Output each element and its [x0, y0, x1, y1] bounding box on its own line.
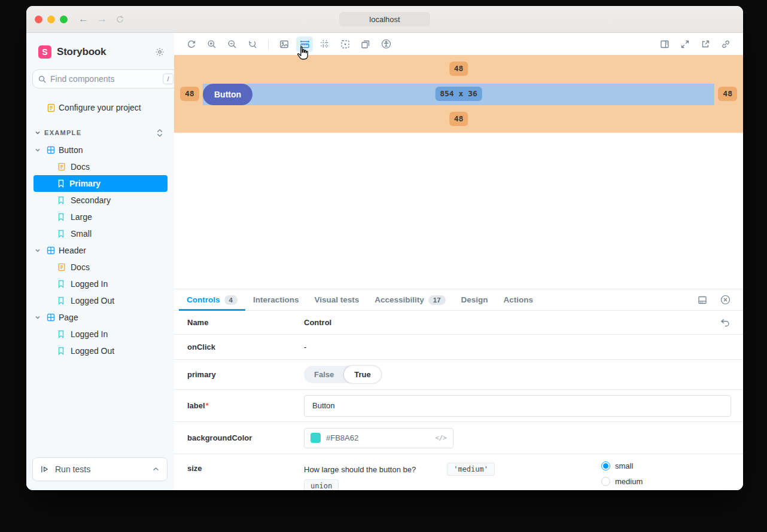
- chevron-down-icon[interactable]: [35, 147, 44, 153]
- search-input[interactable]: [50, 74, 159, 84]
- raw-value-toggle-icon[interactable]: </>: [435, 434, 447, 442]
- settings-gear-icon[interactable]: [155, 47, 165, 57]
- zoom-in-button[interactable]: [203, 36, 220, 52]
- remount-component-button[interactable]: [183, 36, 200, 52]
- story-button-component[interactable]: Button: [203, 84, 252, 105]
- run-tests-play-icon: [41, 465, 50, 473]
- tab-design[interactable]: Design: [453, 289, 496, 310]
- fullscreen-button[interactable]: [677, 36, 693, 52]
- radio-dot[interactable]: [601, 461, 610, 470]
- sidebar-item-button-small[interactable]: Small: [26, 225, 174, 242]
- sidebar-item-button-docs[interactable]: Docs: [26, 158, 174, 175]
- collapse-expand-all-icon[interactable]: [156, 129, 163, 137]
- url-bar[interactable]: localhost: [339, 12, 430, 26]
- control-row-size: size How large should the button be? 'me…: [174, 454, 743, 490]
- zoom-out-button[interactable]: [224, 36, 241, 52]
- onclick-value: -: [304, 343, 306, 351]
- size-default-badge: 'medium': [447, 463, 495, 476]
- reset-controls-icon[interactable]: [720, 319, 743, 327]
- size-type-badge: union: [304, 479, 339, 490]
- url-text: localhost: [369, 15, 400, 24]
- outline-button[interactable]: [337, 36, 354, 52]
- copy-link-button[interactable]: [717, 36, 734, 52]
- traffic-lights: [35, 16, 68, 23]
- sidebar-item-header-docs[interactable]: Docs: [26, 259, 174, 276]
- bookmark-icon: [57, 213, 69, 221]
- search-box[interactable]: /: [32, 69, 192, 88]
- sidebar-item-button-primary[interactable]: Primary: [34, 175, 168, 192]
- sidebar-item-button-large[interactable]: Large: [26, 209, 174, 225]
- tab-interactions[interactable]: Interactions: [245, 289, 307, 310]
- bookmark-icon: [57, 347, 69, 355]
- radio-option-medium[interactable]: medium: [601, 477, 643, 486]
- panel-position-button[interactable]: [694, 292, 711, 308]
- size-description: How large should the button be?: [304, 465, 416, 474]
- sidebar-item-page[interactable]: Page: [26, 309, 174, 326]
- color-swatch[interactable]: [311, 433, 321, 443]
- toggle-sidebar-button[interactable]: [656, 36, 673, 52]
- browser-window: ← → localhost S Storybook: [26, 6, 743, 490]
- sidebar-item-header-logged-in[interactable]: Logged In: [26, 276, 174, 292]
- open-new-tab-button[interactable]: [697, 36, 714, 52]
- reset-zoom-button[interactable]: [244, 36, 261, 52]
- browser-forward-icon[interactable]: →: [97, 13, 107, 25]
- sidebar-tree: Configure your project EXAMPLE: [26, 88, 174, 359]
- sidebar: S Storybook /: [26, 33, 174, 490]
- controls-table: Name Control onClick - primary: [174, 311, 743, 490]
- minimize-window-button[interactable]: [47, 16, 55, 23]
- accessibility-vision-button[interactable]: [378, 36, 394, 52]
- zoom-window-button[interactable]: [60, 16, 68, 23]
- sidebar-item-page-logged-in[interactable]: Logged In: [26, 326, 174, 343]
- color-value: #FB8A62: [326, 433, 358, 442]
- label-text-input[interactable]: [304, 395, 731, 417]
- sidebar-item-button-secondary[interactable]: Secondary: [26, 192, 174, 209]
- tab-controls[interactable]: Controls 4: [179, 289, 245, 310]
- bookmark-icon: [57, 196, 69, 204]
- preview-area: Button 48 48 48 48 854 x 36 Controls 4 I…: [174, 33, 743, 490]
- bookmark-icon: [57, 179, 68, 188]
- docs-icon: [57, 263, 69, 271]
- required-asterisk: *: [206, 401, 209, 410]
- header-name: Name: [174, 318, 304, 327]
- snapshot-layers-icon[interactable]: [357, 36, 374, 52]
- tab-actions[interactable]: Actions: [496, 289, 541, 310]
- close-window-button[interactable]: [35, 16, 42, 23]
- sidebar-item-header-logged-out[interactable]: Logged Out: [26, 292, 174, 309]
- margin-top-badge: 48: [449, 62, 468, 76]
- search-icon: [38, 75, 46, 83]
- backgrounds-button[interactable]: [276, 36, 293, 52]
- radio-option-small[interactable]: small: [601, 461, 643, 470]
- chevron-up-icon[interactable]: [153, 467, 159, 472]
- sidebar-item-header[interactable]: Header: [26, 242, 174, 259]
- story-canvas[interactable]: Button 48 48 48 48 854 x 36: [174, 55, 743, 289]
- sidebar-section-example[interactable]: EXAMPLE: [26, 124, 174, 142]
- control-row-onclick: onClick -: [174, 335, 743, 360]
- component-icon: [47, 146, 57, 154]
- tab-visual-tests[interactable]: Visual tests: [306, 289, 367, 310]
- toggle-false-option[interactable]: False: [304, 366, 344, 383]
- primary-boolean-toggle[interactable]: False True: [304, 366, 381, 383]
- bookmark-icon: [57, 296, 69, 305]
- grid-button[interactable]: [316, 36, 333, 52]
- sidebar-item-page-logged-out[interactable]: Logged Out: [26, 343, 174, 359]
- controls-count-badge: 4: [224, 295, 238, 305]
- tab-accessibility[interactable]: Accessibility 17: [367, 289, 453, 310]
- radio-dot[interactable]: [601, 477, 610, 486]
- docs-icon: [57, 163, 69, 171]
- margin-right-badge: 48: [718, 87, 737, 101]
- sidebar-item-configure-project[interactable]: Configure your project: [26, 99, 174, 117]
- measure-button[interactable]: [296, 36, 313, 52]
- chevron-down-icon: [35, 130, 44, 136]
- browser-back-icon[interactable]: ←: [78, 13, 89, 25]
- toggle-true-option[interactable]: True: [344, 366, 381, 383]
- component-icon: [47, 313, 57, 322]
- browser-reload-icon[interactable]: [115, 15, 124, 24]
- controls-table-header: Name Control: [174, 311, 743, 335]
- bookmark-icon: [57, 280, 69, 288]
- run-tests-button[interactable]: Run tests: [32, 457, 168, 481]
- sidebar-item-button[interactable]: Button: [26, 142, 174, 158]
- chevron-down-icon[interactable]: [35, 247, 44, 253]
- background-color-picker[interactable]: #FB8A62 </>: [304, 428, 453, 448]
- close-panel-button[interactable]: [717, 292, 733, 308]
- chevron-down-icon[interactable]: [35, 314, 44, 320]
